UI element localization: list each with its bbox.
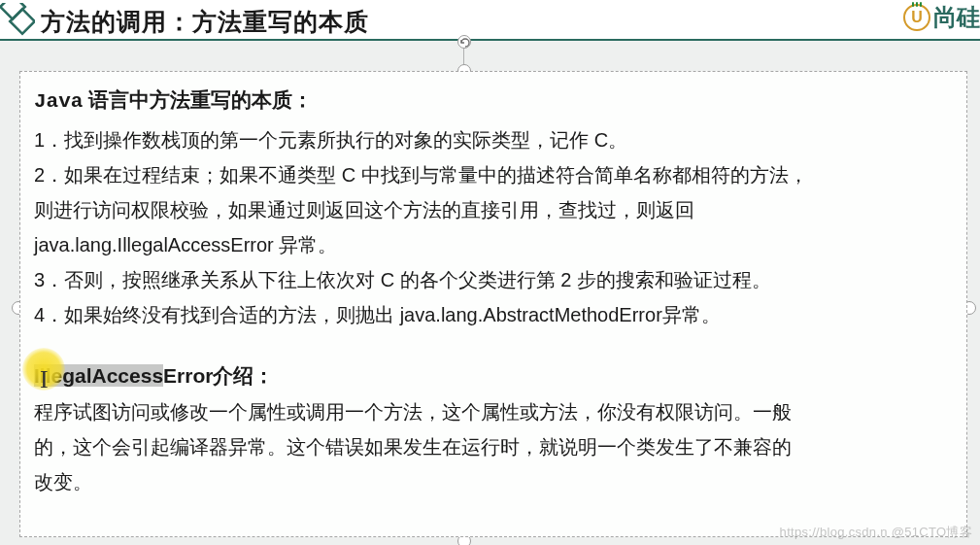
title-rest: 语言中方法重写的本质： <box>83 88 313 111</box>
page-title: 方法的调用：方法重写的本质 <box>41 6 369 38</box>
header: 方法的调用：方法重写的本质 U 尚硅 <box>0 0 980 41</box>
text-cursor-icon: I <box>40 358 49 403</box>
item-4: 4．如果始终没有找到合适的方法，则抛出 java.lang.AbstractMe… <box>34 297 953 332</box>
item-2-line-b: 则进行访问权限校验，如果通过则返回这个方法的直接引用，查找过，则返回 <box>34 192 953 227</box>
title-prefix: Java <box>34 90 83 113</box>
title-2-rest: Error介绍： <box>163 364 274 387</box>
diamond-icon <box>0 3 35 40</box>
watermark: https://blog.csdn.n @51CTO博客 <box>780 524 972 541</box>
section-2: I IllegalAccessError介绍： 程序试图访问或修改一个属性或调用… <box>34 358 953 499</box>
section-2-title: IllegalAccessError介绍： <box>34 358 953 394</box>
text-box[interactable]: Java 语言中方法重写的本质： 1．找到操作数栈顶的第一个元素所执行的对象的实… <box>19 71 967 537</box>
body-line-3: 改变。 <box>34 464 953 499</box>
body-line-1: 程序试图访问或修改一个属性或调用一个方法，这个属性或方法，你没有权限访问。一般 <box>34 394 953 429</box>
item-3: 3．否则，按照继承关系从下往上依次对 C 的各个父类进行第 2 步的搜索和验证过… <box>34 262 953 297</box>
body-line-2: 的，这个会引起编译器异常。这个错误如果发生在运行时，就说明一个类发生了不兼容的 <box>34 429 953 464</box>
brand-logo: U 尚硅 <box>903 2 980 33</box>
item-2-line-a: 2．如果在过程结束；如果不通类型 C 中找到与常量中的描述符合简单名称都相符的方… <box>34 157 953 192</box>
logo-text: 尚硅 <box>933 2 980 33</box>
logo-u-icon: U <box>903 4 930 31</box>
item-1: 1．找到操作数栈顶的第一个元素所执行的对象的实际类型，记作 C。 <box>34 122 953 157</box>
svg-rect-1 <box>10 9 34 33</box>
section-1-title: Java 语言中方法重写的本质： <box>34 82 953 120</box>
rotate-handle[interactable] <box>457 35 471 49</box>
item-2-line-c: java.lang.IllegalAccessError 异常。 <box>34 227 953 262</box>
